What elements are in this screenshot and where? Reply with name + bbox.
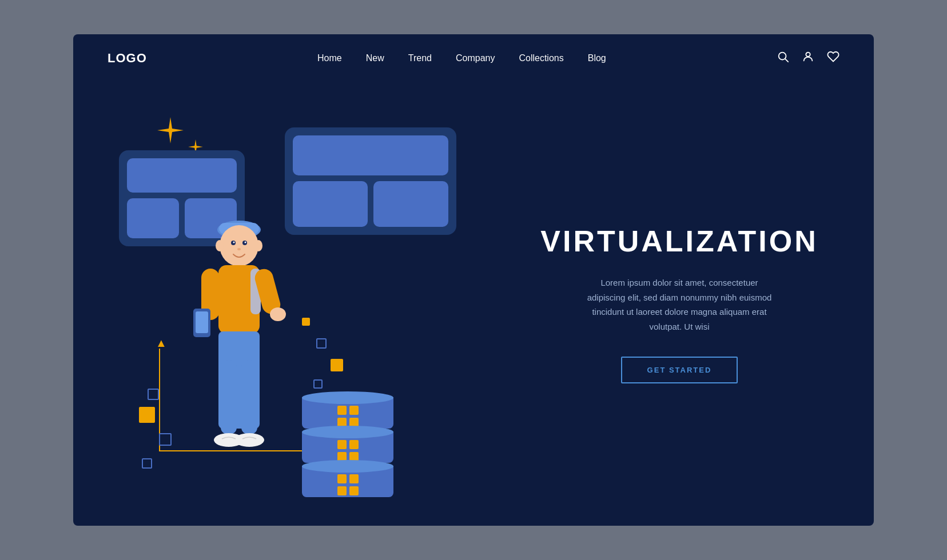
main-content: ▲ ▲ (73, 82, 874, 526)
panel-card-wide-2 (293, 135, 448, 175)
cta-button[interactable]: GET STARTED (621, 357, 738, 383)
svg-rect-21 (221, 360, 237, 434)
text-content: VIRTUALIZATION Lorem ipsum dolor sit ame… (496, 224, 839, 383)
nav-link-blog[interactable]: Blog (588, 53, 606, 63)
nav-link-trend[interactable]: Trend (408, 53, 432, 63)
page-wrapper: LOGO Home New Trend Company Collections … (73, 34, 874, 526)
heart-icon[interactable] (827, 50, 839, 66)
svg-point-24 (234, 433, 264, 447)
nav-link-company[interactable]: Company (456, 53, 495, 63)
server-disk-2 (302, 426, 393, 463)
deco-square-1 (148, 389, 159, 400)
svg-point-8 (233, 242, 235, 243)
server-disk-3 (302, 460, 393, 497)
svg-line-1 (785, 59, 788, 62)
svg-point-9 (245, 242, 246, 243)
panel-card-1 (127, 198, 179, 238)
deco-square-3 (142, 458, 152, 469)
nav-link-new[interactable]: New (366, 53, 384, 63)
nav-link-collections[interactable]: Collections (519, 53, 563, 63)
panel-card-4 (373, 181, 448, 227)
svg-point-2 (806, 53, 810, 57)
svg-point-5 (220, 225, 258, 266)
panel-card-3 (293, 181, 368, 227)
svg-point-11 (216, 240, 224, 251)
deco-square-gold-1 (139, 407, 155, 423)
person-illustration (176, 194, 302, 514)
server-stack (302, 391, 393, 497)
panel-card-wide-1 (127, 158, 237, 193)
navbar: LOGO Home New Trend Company Collections … (73, 34, 874, 82)
deco-square-4 (316, 338, 327, 349)
illustration-area: ▲ ▲ (108, 82, 496, 526)
user-icon[interactable] (802, 50, 814, 66)
nav-item-company[interactable]: Company (456, 53, 495, 63)
server-disk-1 (302, 391, 393, 429)
deco-square-5 (313, 379, 323, 389)
svg-rect-17 (196, 311, 208, 333)
search-icon[interactable] (777, 50, 789, 66)
nav-link-home[interactable]: Home (317, 53, 342, 63)
deco-square-gold-2 (331, 359, 343, 371)
svg-rect-22 (241, 360, 257, 434)
right-panel (285, 127, 456, 235)
svg-point-19 (270, 307, 286, 321)
nav-links: Home New Trend Company Collections Blog (317, 53, 606, 63)
hero-title: VIRTUALIZATION (540, 224, 818, 258)
axis-arrow-y: ▲ (156, 337, 167, 350)
nav-item-new[interactable]: New (366, 53, 384, 63)
hero-description: Lorem ipsum dolor sit amet, consectetuer… (582, 275, 777, 334)
axis-x (159, 450, 319, 451)
nav-item-home[interactable]: Home (317, 53, 342, 63)
nav-icons (777, 50, 839, 66)
logo: LOGO (108, 51, 147, 66)
sparkle-icon-1 (156, 116, 185, 151)
nav-item-trend[interactable]: Trend (408, 53, 432, 63)
nav-item-collections[interactable]: Collections (519, 53, 563, 63)
deco-square-2 (159, 433, 172, 446)
svg-point-12 (254, 240, 262, 251)
nav-item-blog[interactable]: Blog (588, 53, 606, 63)
svg-point-10 (237, 248, 241, 250)
deco-square-gold-3 (302, 318, 310, 326)
